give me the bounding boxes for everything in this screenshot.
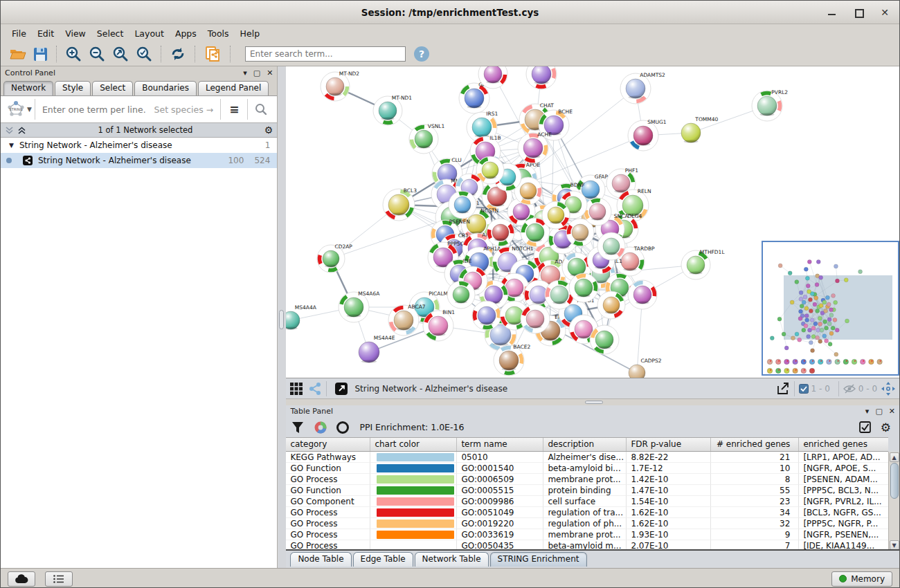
enrichment-row[interactable]: GO ProcessGO:0033619membrane prot...1.93… [286,529,888,540]
memory-button[interactable]: Memory [831,571,892,587]
minimize-button[interactable] [827,8,837,17]
tab-string-enrichment[interactable]: STRING Enrichment [490,552,587,567]
set-species-label[interactable]: Set species → [154,104,214,115]
network-collection-row[interactable]: ▼ String Network - Alzheimer's disease 1 [1,138,277,153]
protein-node[interactable] [569,273,598,302]
protein-node-cd2ap[interactable]: CD2AP [317,244,352,273]
search-input[interactable] [245,46,406,62]
enrichment-row[interactable]: GO ComponentGO:0009986cell surface1.54E-… [286,496,888,507]
cloud-tasks-button[interactable] [8,571,35,587]
protein-node-smug1[interactable]: SMUG1 [628,119,667,151]
enrichment-row[interactable]: GO ProcessGO:0006509membrane prot...1.42… [286,474,888,485]
export-view-icon[interactable] [776,382,790,396]
table-panel-divider[interactable] [286,398,899,405]
enrichment-row[interactable]: KEGG Pathways05010Alzheimer's dise...8.8… [286,452,888,463]
enrichment-row[interactable]: GO ProcessGO:0051049regulation of tra...… [286,507,888,518]
pan-crosshair-icon[interactable] [881,382,895,396]
tree-expand-icon[interactable]: ▼ [9,142,14,149]
open-session-button[interactable] [10,47,26,61]
birds-eye-view[interactable] [762,241,899,376]
menu-edit[interactable]: Edit [32,26,60,41]
column-header-chart-color[interactable]: chart color [370,438,457,451]
collapse-all-icon[interactable] [5,126,14,135]
table-scrollbar[interactable]: ▲ ▼ [888,452,899,551]
string-search-icon[interactable] [247,99,274,120]
protein-node-ms4a4a[interactable]: MS4A4A [286,304,317,330]
float-panel-icon[interactable]: ▢ [875,407,882,416]
save-session-button[interactable] [33,47,48,62]
tab-select[interactable]: Select [92,81,133,95]
menu-view[interactable]: View [60,26,91,41]
protein-node[interactable] [472,301,501,330]
column-header-term-name[interactable]: term name [457,438,543,451]
network-canvas[interactable]: MT-ND2MT-ND1VSNL1GAB2ADAMTS2SMUG1TOMM40P… [286,66,899,378]
hidden-eye-icon[interactable] [843,384,856,394]
protein-node[interactable] [447,281,475,309]
protein-node-adamts2[interactable]: ADAMTS2 [620,72,665,104]
protein-node-tomm40[interactable]: TOMM40 [681,116,718,143]
close-panel-icon[interactable]: ✕ [267,68,273,77]
pie-chart-icon[interactable] [314,421,327,434]
scrollbar-thumb[interactable] [890,463,899,499]
grid-view-icon[interactable] [290,383,303,395]
string-query-input[interactable] [35,104,154,115]
protein-node-mt-nd1[interactable]: MT-ND1 [373,95,412,125]
tab-edge-table[interactable]: Edge Table [353,552,413,567]
table-settings-gear-icon[interactable]: ⚙ [881,421,891,434]
select-terms-checkbox-icon[interactable] [859,421,871,433]
column-header-fdr-p-value[interactable]: FDR p-value [627,438,711,451]
column-header-description[interactable]: description [543,438,627,451]
protein-node[interactable] [521,304,550,333]
open-in-string-icon[interactable] [335,383,348,395]
enrichment-row[interactable]: GO FunctionGO:0005515protein binding1.47… [286,485,888,496]
protein-node[interactable] [487,219,514,246]
tab-node-table[interactable]: Node Table [290,552,351,567]
protein-node-vsnl1[interactable]: VSNL1 [409,123,445,154]
string-options-icon[interactable]: ≡ [220,99,247,120]
scroll-up-icon[interactable]: ▲ [890,452,899,462]
column-header-enriched-genes[interactable]: enriched genes [799,438,888,451]
protein-node-pvrl2[interactable]: PVRL2 [752,89,788,121]
zoom-in-icon[interactable] [65,46,82,62]
protein-node[interactable] [449,191,476,219]
ring-chart-icon[interactable] [336,421,350,434]
enrichment-row[interactable]: GO ProcessGO:0050435beta-amyloid m...2.0… [286,540,888,551]
maximize-button[interactable] [854,8,863,17]
selected-checkbox-icon[interactable] [799,384,809,394]
menu-file[interactable]: File [6,26,32,41]
enrichment-row[interactable]: GO ProcessGO:0019220regulation of ph...1… [286,518,888,529]
tab-network-table[interactable]: Network Table [415,552,489,567]
share-network-icon[interactable] [308,382,322,396]
export-network-icon[interactable] [204,45,222,63]
column-header-category[interactable]: category [286,438,370,451]
menu-help[interactable]: Help [235,26,266,41]
protein-node[interactable] [526,66,557,89]
network-row-selected[interactable]: String Network - Alzheimer's disease 100… [1,153,277,168]
protein-node[interactable] [590,325,619,354]
close-panel-icon[interactable]: ✕ [889,407,895,416]
panel-menu-icon[interactable]: ▾ [865,407,870,416]
tab-legend-panel[interactable]: Legend Panel [198,81,269,95]
network-options-gear-icon[interactable]: ⚙ [264,125,273,136]
help-icon[interactable]: ? [414,46,429,62]
protein-node-ache[interactable]: ACHE [518,131,552,163]
enrichment-row[interactable]: GO FunctionGO:0001540beta-amyloid bi...1… [286,463,888,474]
string-db-selector[interactable]: STRING ▼ [3,99,35,120]
refresh-icon[interactable] [170,46,186,62]
divider-grip[interactable] [585,401,603,404]
protein-node[interactable] [542,201,570,229]
task-history-button[interactable] [45,571,73,587]
menu-layout[interactable]: Layout [129,26,170,41]
zoom-fit-icon[interactable] [112,46,129,62]
panel-divider[interactable] [278,66,286,568]
protein-node[interactable] [584,198,611,226]
protein-node[interactable] [597,232,625,260]
protein-node-cadps2[interactable]: CADPS2 [629,358,662,378]
float-panel-icon[interactable]: ▢ [253,68,260,77]
close-button[interactable]: ✕ [880,8,890,17]
menu-apps[interactable]: Apps [170,26,202,41]
protein-node-bcl3[interactable]: BCL3 [383,187,417,221]
zoom-out-icon[interactable] [89,46,105,62]
tab-boundaries[interactable]: Boundaries [134,81,197,95]
divider-grip[interactable] [279,310,284,329]
